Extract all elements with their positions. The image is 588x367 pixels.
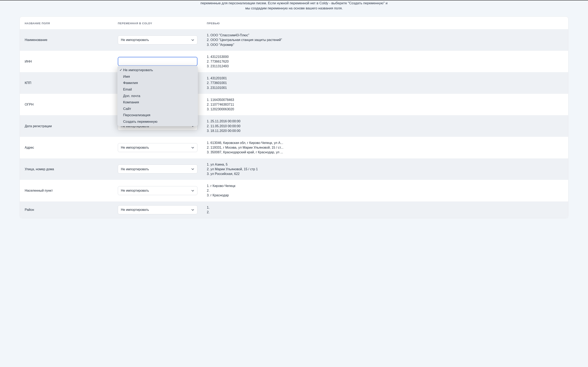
variable-select[interactable]: Не импортировать — [118, 205, 198, 214]
table-row: ИНННе импортировать✓Не импортироватьИмяФ… — [20, 51, 568, 72]
chevron-down-icon — [191, 208, 195, 212]
dropdown-option[interactable]: Email — [117, 86, 198, 93]
dropdown-option-label: Не импортировать — [123, 68, 153, 73]
preview-line: 2. 119331, г Москва, ул Марии Ульяновой,… — [207, 145, 293, 150]
field-name: Адрес — [25, 145, 114, 150]
table-row: ОГРННе импортировать1. 11643500784632. 1… — [20, 94, 568, 115]
dropdown-option[interactable]: Создать переменную — [117, 119, 198, 125]
field-name: Наименование — [25, 38, 114, 42]
preview-line: 2. 773601001 — [207, 81, 293, 85]
variable-cell: Не импортировать — [118, 205, 204, 214]
preview-line: 1. 25.11.2016 00:00:00 — [207, 119, 293, 124]
dropdown-option-label: Создать переменную — [123, 119, 157, 124]
table-row: РайонНе импортировать1.2. — [20, 201, 568, 218]
preview-line: 1. 613046, Кировская обл, г Кирово-Чепец… — [207, 141, 293, 145]
chevron-down-icon — [191, 189, 195, 193]
dropdown-option[interactable]: Фамилия — [117, 80, 198, 86]
preview-line: 1. 4312153000 — [207, 54, 293, 59]
preview-line: 3. 2311312493 — [207, 64, 293, 68]
chevron-down-icon — [191, 146, 195, 150]
table-row: НаименованиеНе импортировать1. ООО "Спас… — [20, 29, 568, 51]
variable-cell: Не импортировать — [118, 143, 204, 152]
field-name: ОГРН — [25, 102, 114, 107]
preview-cell: 1. ул Азина, 52. ул Марии Ульяновой, 15 … — [207, 162, 293, 176]
intro-line2: мы создадим переменную на основе вашего … — [245, 6, 343, 10]
preview-line: 1. г Кирово-Чепецк — [207, 184, 293, 188]
variable-select[interactable]: Не импортировать — [118, 165, 198, 174]
dropdown-option-label: Доп. почта — [123, 94, 140, 99]
preview-line: 3. 350087, Краснодарский край, г Краснод… — [207, 150, 293, 155]
preview-line: 3. 18.11.2020 00:00:00 — [207, 128, 293, 133]
preview-line: 2. — [207, 210, 293, 215]
table-row: КППНе импортировать1. 4312010012. 773601… — [20, 72, 568, 94]
dropdown-option-label: Персонализация — [123, 113, 150, 118]
variable-select[interactable]: Не импортировать — [118, 143, 198, 152]
dropdown-option-label: Компания — [123, 100, 139, 105]
dropdown-option-label: Имя — [123, 74, 130, 79]
preview-cell: 1. ООО "Спассхим43-Плюс"2. ООО "Централь… — [207, 33, 293, 47]
table-row: Дата регистрацииНе импортировать1. 25.11… — [20, 115, 568, 137]
variable-select[interactable]: Не импортировать✓Не импортироватьИмяФами… — [118, 57, 198, 66]
preview-line: 1. — [207, 205, 293, 210]
preview-line: 1. ул Азина, 5 — [207, 162, 293, 167]
preview-line: 3. 231101001 — [207, 85, 293, 90]
chevron-down-icon — [191, 167, 195, 171]
dropdown-option[interactable]: Сайт — [117, 106, 198, 112]
preview-line: 2. ООО "Центральная станция защиты расте… — [207, 38, 293, 42]
preview-cell: 1. 43121530002. 77366176203. 2311312493 — [207, 54, 293, 69]
preview-cell: 1. 613046, Кировская обл, г Кирово-Чепец… — [207, 141, 293, 155]
th-preview: ПРЕВЬЮ — [207, 22, 563, 25]
preview-line: 3. 1202300063020 — [207, 107, 293, 111]
preview-cell: 1.2. — [207, 205, 293, 215]
field-name: Район — [25, 207, 114, 212]
preview-line: 2. 11.05.2010 00:00:00 — [207, 124, 293, 128]
variable-cell: Не импортировать✓Не импортироватьИмяФами… — [118, 57, 204, 66]
mapping-table: НАЗВАНИЕ ПОЛЯ ПЕРЕМЕННАЯ В COLDY ПРЕВЬЮ … — [20, 17, 568, 218]
preview-cell: 1. 4312010012. 7736010013. 231101001 — [207, 76, 293, 90]
preview-line: 1. 1164350078463 — [207, 98, 293, 102]
variable-cell: Не импортировать — [118, 186, 204, 195]
preview-line: 1. ООО "Спассхим43-Плюс" — [207, 33, 293, 38]
intro-line1: переменные для персонализации писем. Есл… — [200, 1, 388, 5]
preview-line: 2. — [207, 188, 293, 193]
preview-line: 3. ул Российская, 622 — [207, 171, 293, 176]
variable-cell: Не импортировать — [118, 165, 204, 174]
preview-line: 2. ул Марии Ульяновой, 15 / стр 1 — [207, 167, 293, 171]
dropdown-option-label: Сайт — [123, 106, 131, 111]
dropdown-option-label: Фамилия — [123, 81, 138, 86]
preview-line: 2. 7736617620 — [207, 59, 293, 64]
select-label: Не импортировать — [121, 188, 149, 193]
variable-select[interactable]: Не импортировать — [118, 186, 198, 195]
dropdown-option[interactable]: Доп. почта — [117, 93, 198, 99]
preview-line: 3. г Краснодар — [207, 193, 293, 198]
select-label: Не импортировать — [121, 145, 149, 150]
dropdown: ✓Не импортироватьИмяФамилияEmailДоп. поч… — [117, 66, 198, 126]
intro-text: переменные для персонализации писем. Есл… — [180, 0, 408, 11]
preview-cell: 1. 25.11.2016 00:00:002. 11.05.2010 00:0… — [207, 119, 293, 133]
field-name: Дата регистрации — [25, 124, 114, 128]
table-row: АдресНе импортировать1. 613046, Кировска… — [20, 137, 568, 158]
dropdown-option[interactable]: Имя — [117, 73, 198, 80]
select-label: Не импортировать — [121, 38, 149, 42]
preview-line: 2. 1107746383711 — [207, 102, 293, 107]
field-name: КПП — [25, 81, 114, 85]
select-label: Не импортировать — [121, 207, 149, 212]
preview-line: 3. ООО "Агромир" — [207, 42, 293, 47]
variable-select[interactable]: Не импортировать — [118, 35, 198, 44]
page: переменные для персонализации писем. Есл… — [0, 0, 588, 226]
table-header: НАЗВАНИЕ ПОЛЯ ПЕРЕМЕННАЯ В COLDY ПРЕВЬЮ — [20, 17, 568, 29]
dropdown-option[interactable]: Персонализация — [117, 112, 198, 119]
table-row: Населенный пунктНе импортировать1. г Кир… — [20, 180, 568, 201]
check-icon: ✓ — [120, 68, 122, 73]
preview-line: 1. 431201001 — [207, 76, 293, 81]
variable-cell: Не импортировать — [118, 35, 204, 44]
th-field-name: НАЗВАНИЕ ПОЛЯ — [25, 22, 114, 25]
dropdown-option[interactable]: ✓Не импортировать — [117, 67, 198, 73]
chevron-down-icon — [191, 38, 195, 42]
dropdown-option[interactable]: Компания — [117, 99, 198, 106]
field-name: ИНН — [25, 59, 114, 64]
preview-cell: 1. 11643500784632. 11077463837113. 12023… — [207, 98, 293, 112]
preview-cell: 1. г Кирово-Чепецк2.3. г Краснодар — [207, 184, 293, 198]
dropdown-option-label: Email — [123, 87, 132, 92]
field-name: Улица, номер дома — [25, 167, 114, 171]
